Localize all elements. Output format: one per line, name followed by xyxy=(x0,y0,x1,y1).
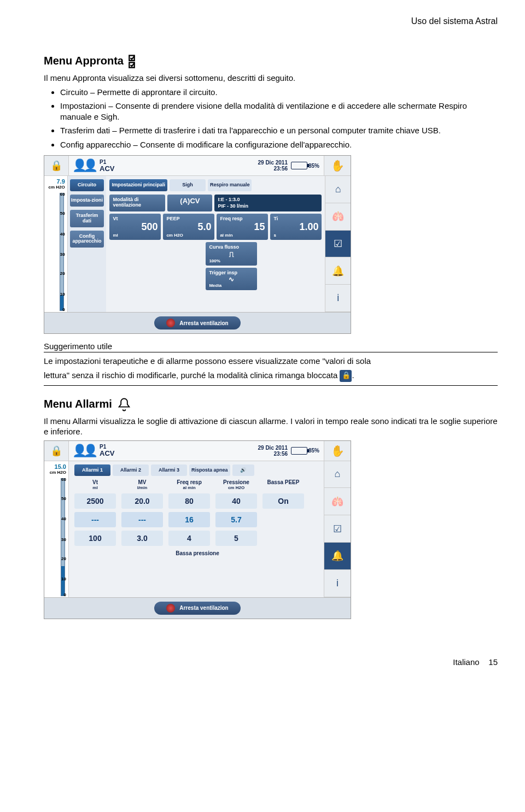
right-nav: ⌂ 🫁 ☑ 🔔 i xyxy=(324,461,351,597)
pressure-gauge: 15.0 cm H2O 60 50 40 30 20 10 0 xyxy=(44,461,69,597)
section-intro: Il menu Appronta visualizza sei diversi … xyxy=(44,73,498,84)
mode-value-cell[interactable]: (A)CV xyxy=(167,195,212,211)
tab-allarmi-1[interactable]: Allarmi 1 xyxy=(74,464,110,476)
record-dot-icon xyxy=(166,604,175,613)
lock-inline-icon xyxy=(340,370,352,382)
tab-impostazioni-principali[interactable]: Impostazioni principali xyxy=(109,179,167,191)
bell-icon[interactable]: 🔔 xyxy=(325,257,351,285)
lock-icon[interactable]: 🔒 xyxy=(44,441,69,461)
home-icon[interactable]: ⌂ xyxy=(324,461,351,489)
home-icon[interactable]: ⌂ xyxy=(325,176,351,203)
nav-trasferim[interactable]: Trasferim dati xyxy=(70,210,104,227)
lungs-icon[interactable]: 🫁 xyxy=(324,488,351,515)
param-freq[interactable]: Freq resp15al min xyxy=(217,214,268,240)
screenshot-alarms: 🔒 👤👤 P1ACV 29 Dic 201123:56 85% ✋ 15.0 c… xyxy=(44,440,351,619)
alarm-cell[interactable]: 4 xyxy=(168,531,210,546)
tab-allarmi-3[interactable]: Allarmi 3 xyxy=(151,464,187,476)
pressure-gauge: 7.9 cm H2O 60 50 40 30 20 10 0 xyxy=(44,176,68,312)
hand-icon[interactable]: ✋ xyxy=(324,441,351,461)
left-nav: Circuito Imposta-zioni Trasferim dati Co… xyxy=(68,176,107,312)
battery-indicator: 85% xyxy=(291,447,324,455)
checklist-nav-icon[interactable]: ☑ xyxy=(325,231,351,258)
patient-icon: 👤👤 xyxy=(72,158,94,173)
lungs-icon[interactable]: 🫁 xyxy=(325,203,351,231)
nav-impostazioni[interactable]: Imposta-zioni xyxy=(70,195,104,207)
col-header: MVl/min xyxy=(121,479,163,490)
stop-ventilation-button[interactable]: Arresta ventilazion xyxy=(154,316,240,329)
info-icon[interactable]: i xyxy=(325,285,351,312)
tip-line1: Le impostazioni terapeutiche e di allarm… xyxy=(44,356,498,367)
tab-allarmi-2[interactable]: Allarmi 2 xyxy=(113,464,149,476)
divider xyxy=(44,385,498,386)
col-header: Vtml xyxy=(74,479,116,490)
nav-config[interactable]: Config apparecchio xyxy=(70,231,104,248)
info-strip: I:E - 1:3.0PIF - 30 l/min xyxy=(214,195,322,211)
alarm-cell[interactable]: 5 xyxy=(215,531,257,546)
tab-respiro-manuale[interactable]: Respiro manuale xyxy=(208,179,252,191)
col-header: Pressionecm H2O xyxy=(215,479,257,490)
bell-heading-icon xyxy=(116,397,132,414)
tip-title: Suggerimento utile xyxy=(44,342,498,351)
alarm-grid: Vtml MVl/min Freq respal min Pressionecm… xyxy=(74,479,320,546)
alarm-cell[interactable]: 2500 xyxy=(74,493,116,509)
divider xyxy=(44,352,498,352)
bullet-item: Impostazioni – Consente di prendere visi… xyxy=(60,101,498,122)
bullet-list: Circuito – Permette di approntare il cir… xyxy=(44,87,498,150)
tab-sigh[interactable]: Sigh xyxy=(170,179,206,191)
alarm-cell[interactable]: 40 xyxy=(215,493,257,509)
param-curva[interactable]: Curva flusso⎍100% xyxy=(206,242,257,266)
param-vt[interactable]: Vt500ml xyxy=(109,214,161,240)
alarm-realtime: 16 xyxy=(168,512,210,527)
page-header: Uso del sistema Astral xyxy=(44,16,498,26)
checklist-nav-icon[interactable]: ☑ xyxy=(324,515,351,543)
record-dot-icon xyxy=(166,319,175,327)
param-trigger[interactable]: Trigger insp∿Media xyxy=(206,268,257,290)
alarm-cell[interactable]: 3.0 xyxy=(121,531,163,546)
section-appronta: Menu Appronta Il menu Appronta visualizz… xyxy=(44,54,498,150)
bullet-item: Circuito – Permette di approntare il cir… xyxy=(60,87,498,98)
page-footer: Italiano 15 xyxy=(44,657,498,667)
param-ti[interactable]: Ti1.00s xyxy=(270,214,322,240)
battery-indicator: 85% xyxy=(291,162,324,169)
mode-label-cell: Modalità di ventilazione xyxy=(109,195,165,211)
section-title: Menu Appronta xyxy=(44,55,124,67)
alarm-cell[interactable]: 80 xyxy=(168,493,210,509)
datetime: 29 Dic 201123:56 xyxy=(255,445,291,457)
screenshot-settings: 🔒 👤👤 P1ACV 29 Dic 201123:56 85% ✋ 7.9 cm… xyxy=(44,155,351,334)
checklist-icon xyxy=(128,54,143,70)
col-header: Freq respal min xyxy=(168,479,210,490)
stop-ventilation-button[interactable]: Arresta ventilazion xyxy=(154,602,240,615)
patient-icon: 👤👤 xyxy=(72,444,94,458)
main-panel: Allarmi 1 Allarmi 2 Allarmi 3 Risposta a… xyxy=(69,461,324,597)
col-header: Bassa PEEP xyxy=(262,479,304,490)
tab-risposta-apnea[interactable]: Risposta apnea xyxy=(189,464,230,476)
param-peep[interactable]: PEEP5.0cm H2O xyxy=(163,214,214,240)
nav-circuito[interactable]: Circuito xyxy=(70,179,104,191)
section-allarmi: Menu Allarmi Il menu Allarmi visualizza … xyxy=(44,397,498,437)
alarm-realtime: 5.7 xyxy=(215,512,257,527)
hand-icon[interactable]: ✋ xyxy=(324,156,351,175)
section-title: Menu Allarmi xyxy=(44,398,112,410)
alarm-realtime: --- xyxy=(74,512,116,527)
section-body: Il menu Allarmi visualizza le soglie di … xyxy=(44,416,498,437)
sound-icon[interactable]: 🔊 xyxy=(232,464,254,476)
lock-icon[interactable]: 🔒 xyxy=(44,156,69,175)
bell-icon[interactable]: 🔔 xyxy=(324,543,351,570)
alarm-cell[interactable]: On xyxy=(262,493,304,509)
right-nav: ⌂ 🫁 ☑ 🔔 i xyxy=(325,176,351,312)
main-panel: Impostazioni principali Sigh Respiro man… xyxy=(106,176,325,312)
patient-mode: 👤👤 P1ACV xyxy=(69,444,255,458)
datetime: 29 Dic 201123:56 xyxy=(255,160,291,172)
bullet-item: Trasferim dati – Permette di trasferire … xyxy=(60,125,498,136)
info-icon[interactable]: i xyxy=(324,570,351,597)
tip-line2: lettura" senza il rischio di modificarle… xyxy=(44,370,498,382)
bassa-label: Bassa pressione xyxy=(74,550,320,556)
bullet-item: Config apparecchio – Consente di modific… xyxy=(60,139,498,150)
alarm-cell[interactable]: 20.0 xyxy=(121,493,163,509)
alarm-cell[interactable]: 100 xyxy=(74,531,116,546)
patient-mode: 👤👤 P1ACV xyxy=(69,158,255,173)
alarm-realtime: --- xyxy=(121,512,163,527)
